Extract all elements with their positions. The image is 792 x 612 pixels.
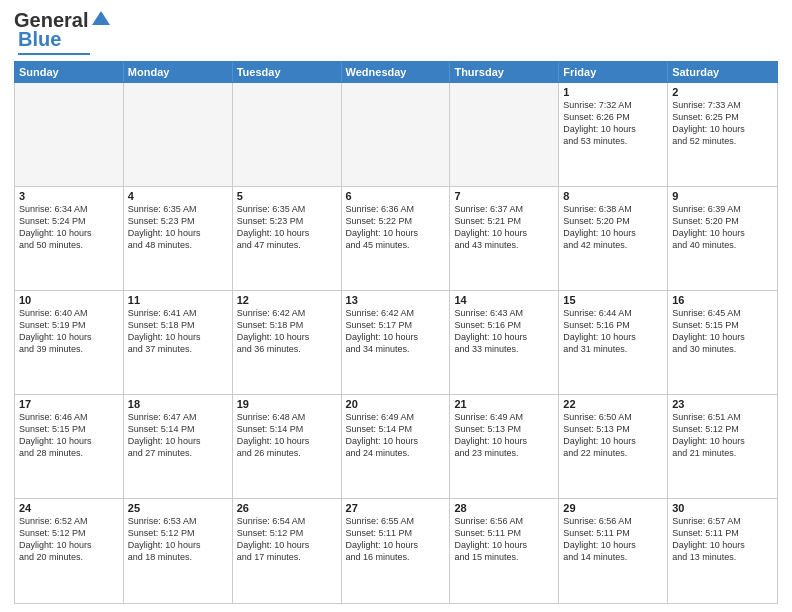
day-number: 18 (128, 398, 228, 410)
day-info: Sunrise: 6:48 AM Sunset: 5:14 PM Dayligh… (237, 411, 337, 460)
day-number: 14 (454, 294, 554, 306)
calendar-cell: 23Sunrise: 6:51 AM Sunset: 5:12 PM Dayli… (668, 395, 777, 498)
calendar-cell: 2Sunrise: 7:33 AM Sunset: 6:25 PM Daylig… (668, 83, 777, 186)
weekday-header: Thursday (450, 62, 559, 82)
day-number: 19 (237, 398, 337, 410)
day-info: Sunrise: 6:43 AM Sunset: 5:16 PM Dayligh… (454, 307, 554, 356)
calendar-cell: 27Sunrise: 6:55 AM Sunset: 5:11 PM Dayli… (342, 499, 451, 603)
logo-arrow-icon (90, 7, 112, 29)
calendar-cell: 20Sunrise: 6:49 AM Sunset: 5:14 PM Dayli… (342, 395, 451, 498)
calendar-cell: 26Sunrise: 6:54 AM Sunset: 5:12 PM Dayli… (233, 499, 342, 603)
day-number: 13 (346, 294, 446, 306)
weekday-header: Tuesday (233, 62, 342, 82)
day-number: 21 (454, 398, 554, 410)
calendar-cell: 3Sunrise: 6:34 AM Sunset: 5:24 PM Daylig… (15, 187, 124, 290)
day-info: Sunrise: 6:44 AM Sunset: 5:16 PM Dayligh… (563, 307, 663, 356)
day-info: Sunrise: 6:50 AM Sunset: 5:13 PM Dayligh… (563, 411, 663, 460)
day-info: Sunrise: 6:47 AM Sunset: 5:14 PM Dayligh… (128, 411, 228, 460)
day-info: Sunrise: 6:39 AM Sunset: 5:20 PM Dayligh… (672, 203, 773, 252)
day-number: 10 (19, 294, 119, 306)
calendar-cell: 7Sunrise: 6:37 AM Sunset: 5:21 PM Daylig… (450, 187, 559, 290)
calendar-row: 10Sunrise: 6:40 AM Sunset: 5:19 PM Dayli… (15, 291, 777, 395)
calendar-cell: 17Sunrise: 6:46 AM Sunset: 5:15 PM Dayli… (15, 395, 124, 498)
day-info: Sunrise: 6:46 AM Sunset: 5:15 PM Dayligh… (19, 411, 119, 460)
svg-marker-0 (92, 11, 110, 25)
day-info: Sunrise: 6:54 AM Sunset: 5:12 PM Dayligh… (237, 515, 337, 564)
logo-blue-text: Blue (18, 28, 61, 51)
logo: General Blue (14, 10, 112, 55)
day-number: 28 (454, 502, 554, 514)
day-number: 26 (237, 502, 337, 514)
calendar-cell: 4Sunrise: 6:35 AM Sunset: 5:23 PM Daylig… (124, 187, 233, 290)
weekday-header: Sunday (15, 62, 124, 82)
day-info: Sunrise: 6:56 AM Sunset: 5:11 PM Dayligh… (454, 515, 554, 564)
calendar-cell: 5Sunrise: 6:35 AM Sunset: 5:23 PM Daylig… (233, 187, 342, 290)
calendar-cell: 14Sunrise: 6:43 AM Sunset: 5:16 PM Dayli… (450, 291, 559, 394)
day-info: Sunrise: 7:32 AM Sunset: 6:26 PM Dayligh… (563, 99, 663, 148)
day-info: Sunrise: 6:37 AM Sunset: 5:21 PM Dayligh… (454, 203, 554, 252)
calendar-cell: 21Sunrise: 6:49 AM Sunset: 5:13 PM Dayli… (450, 395, 559, 498)
day-number: 23 (672, 398, 773, 410)
day-info: Sunrise: 6:53 AM Sunset: 5:12 PM Dayligh… (128, 515, 228, 564)
day-number: 8 (563, 190, 663, 202)
day-info: Sunrise: 6:42 AM Sunset: 5:17 PM Dayligh… (346, 307, 446, 356)
day-number: 25 (128, 502, 228, 514)
calendar-cell: 12Sunrise: 6:42 AM Sunset: 5:18 PM Dayli… (233, 291, 342, 394)
day-number: 9 (672, 190, 773, 202)
day-info: Sunrise: 7:33 AM Sunset: 6:25 PM Dayligh… (672, 99, 773, 148)
calendar-cell: 24Sunrise: 6:52 AM Sunset: 5:12 PM Dayli… (15, 499, 124, 603)
day-number: 12 (237, 294, 337, 306)
day-info: Sunrise: 6:42 AM Sunset: 5:18 PM Dayligh… (237, 307, 337, 356)
day-info: Sunrise: 6:36 AM Sunset: 5:22 PM Dayligh… (346, 203, 446, 252)
day-number: 15 (563, 294, 663, 306)
weekday-header: Monday (124, 62, 233, 82)
calendar-row: 1Sunrise: 7:32 AM Sunset: 6:26 PM Daylig… (15, 83, 777, 187)
calendar-cell: 8Sunrise: 6:38 AM Sunset: 5:20 PM Daylig… (559, 187, 668, 290)
day-number: 27 (346, 502, 446, 514)
day-number: 5 (237, 190, 337, 202)
calendar-row: 24Sunrise: 6:52 AM Sunset: 5:12 PM Dayli… (15, 499, 777, 603)
calendar-row: 17Sunrise: 6:46 AM Sunset: 5:15 PM Dayli… (15, 395, 777, 499)
calendar-cell (124, 83, 233, 186)
weekday-header: Friday (559, 62, 668, 82)
day-info: Sunrise: 6:56 AM Sunset: 5:11 PM Dayligh… (563, 515, 663, 564)
day-number: 11 (128, 294, 228, 306)
day-number: 17 (19, 398, 119, 410)
calendar-cell: 19Sunrise: 6:48 AM Sunset: 5:14 PM Dayli… (233, 395, 342, 498)
calendar-cell: 6Sunrise: 6:36 AM Sunset: 5:22 PM Daylig… (342, 187, 451, 290)
day-number: 7 (454, 190, 554, 202)
calendar-cell (450, 83, 559, 186)
logo-text: General (14, 10, 88, 30)
calendar-cell (233, 83, 342, 186)
day-info: Sunrise: 6:52 AM Sunset: 5:12 PM Dayligh… (19, 515, 119, 564)
header: General Blue (14, 10, 778, 55)
logo-underline (18, 53, 90, 55)
day-info: Sunrise: 6:35 AM Sunset: 5:23 PM Dayligh… (128, 203, 228, 252)
calendar-cell: 9Sunrise: 6:39 AM Sunset: 5:20 PM Daylig… (668, 187, 777, 290)
day-number: 22 (563, 398, 663, 410)
calendar-body: 1Sunrise: 7:32 AM Sunset: 6:26 PM Daylig… (14, 83, 778, 604)
day-info: Sunrise: 6:40 AM Sunset: 5:19 PM Dayligh… (19, 307, 119, 356)
day-info: Sunrise: 6:49 AM Sunset: 5:13 PM Dayligh… (454, 411, 554, 460)
calendar-header: SundayMondayTuesdayWednesdayThursdayFrid… (14, 61, 778, 83)
calendar-cell: 29Sunrise: 6:56 AM Sunset: 5:11 PM Dayli… (559, 499, 668, 603)
day-number: 24 (19, 502, 119, 514)
day-info: Sunrise: 6:49 AM Sunset: 5:14 PM Dayligh… (346, 411, 446, 460)
day-info: Sunrise: 6:45 AM Sunset: 5:15 PM Dayligh… (672, 307, 773, 356)
day-number: 29 (563, 502, 663, 514)
day-number: 2 (672, 86, 773, 98)
calendar-cell: 16Sunrise: 6:45 AM Sunset: 5:15 PM Dayli… (668, 291, 777, 394)
day-number: 6 (346, 190, 446, 202)
calendar-cell: 10Sunrise: 6:40 AM Sunset: 5:19 PM Dayli… (15, 291, 124, 394)
day-info: Sunrise: 6:41 AM Sunset: 5:18 PM Dayligh… (128, 307, 228, 356)
calendar-cell: 13Sunrise: 6:42 AM Sunset: 5:17 PM Dayli… (342, 291, 451, 394)
day-number: 16 (672, 294, 773, 306)
calendar-cell: 1Sunrise: 7:32 AM Sunset: 6:26 PM Daylig… (559, 83, 668, 186)
calendar: SundayMondayTuesdayWednesdayThursdayFrid… (14, 61, 778, 604)
day-number: 30 (672, 502, 773, 514)
calendar-cell: 30Sunrise: 6:57 AM Sunset: 5:11 PM Dayli… (668, 499, 777, 603)
calendar-cell: 28Sunrise: 6:56 AM Sunset: 5:11 PM Dayli… (450, 499, 559, 603)
day-info: Sunrise: 6:35 AM Sunset: 5:23 PM Dayligh… (237, 203, 337, 252)
day-info: Sunrise: 6:38 AM Sunset: 5:20 PM Dayligh… (563, 203, 663, 252)
day-info: Sunrise: 6:57 AM Sunset: 5:11 PM Dayligh… (672, 515, 773, 564)
